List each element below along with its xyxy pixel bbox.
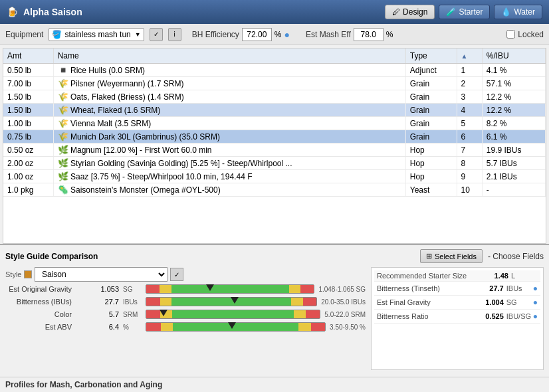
table-row[interactable]: 1.00 oz 🌿 Saaz [3.75 %] - Steep/Whirlpoo… — [3, 170, 546, 183]
col-amt[interactable]: Amt — [3, 49, 53, 64]
est-mash-label: Est Mash Eff — [306, 30, 351, 39]
gauge-unit: SRM — [123, 311, 142, 318]
gauge-bar-wrap — [146, 322, 326, 332]
gauge-range: 20.0-35.0 IBUs — [321, 298, 366, 306]
gauge-yellow-right — [294, 310, 306, 318]
cell-pct: 5.7 IBUs — [482, 157, 545, 170]
table-row[interactable]: 1.0 pkg 🦠 Saisonstein's Monster (Omega #… — [3, 183, 546, 197]
cell-pct: 6.1 % — [482, 130, 545, 144]
cell-type: Grain — [405, 90, 457, 104]
cell-name: 🌾 Wheat, Flaked (1.6 SRM) — [53, 104, 405, 117]
right-stats-panel: Recommended Starter Size 1.48 L Bitterne… — [371, 267, 544, 370]
gauge-name: Est ABV — [5, 323, 72, 331]
cell-pct: - — [482, 183, 545, 197]
bh-efficiency-input[interactable] — [242, 28, 272, 41]
right-stat-value: 1.004 — [471, 298, 504, 306]
style-edit-btn[interactable]: ✓ — [170, 268, 183, 281]
gauge-row: Color 5.7 SRM 5.0-22.0 SRM — [5, 310, 366, 319]
tab-starter[interactable]: 🧪 Starter — [439, 5, 490, 19]
tab-design[interactable]: 🖊 Design — [385, 5, 435, 19]
cell-order: 4 — [457, 104, 482, 117]
locked-group: Locked — [506, 30, 544, 39]
gauge-green — [172, 310, 294, 318]
cell-type: Grain — [405, 104, 457, 117]
gauge-red-right — [303, 298, 317, 306]
col-type[interactable]: Type — [405, 49, 457, 64]
table-row[interactable]: 0.75 lb 🌾 Munich Dark 30L (Gambrinus) (3… — [3, 130, 546, 144]
gauge-marker — [206, 284, 214, 291]
yeast-icon: 🦠 — [58, 185, 68, 195]
equipment-info-btn[interactable]: i — [168, 28, 181, 41]
gauge-yellow-right — [291, 298, 303, 306]
cell-name: 🌾 Oats, Flaked (Briess) (1.4 SRM) — [53, 90, 405, 104]
right-stat-unit: SG — [506, 298, 533, 306]
select-fields-button[interactable]: ⊞ Select Fields — [420, 249, 483, 263]
gauge-bar — [146, 297, 317, 306]
cell-amt: 0.50 oz — [3, 144, 53, 157]
est-mash-unit: % — [386, 30, 393, 39]
table-row[interactable]: 1.50 lb 🌾 Oats, Flaked (Briess) (1.4 SRM… — [3, 90, 546, 104]
table-row[interactable]: 2.00 oz 🌿 Styrian Golding (Savinja Goldi… — [3, 157, 546, 170]
style-comparison-title: Style Guide Comparison — [5, 252, 98, 261]
hop-icon: 🌿 — [58, 158, 68, 168]
col-pct-ibu[interactable]: %/IBU — [482, 49, 545, 64]
right-stat-value: 27.7 — [471, 284, 504, 292]
gauge-row: Est Original Gravity 1.053 SG 1.048-1.06… — [5, 284, 366, 294]
app-title: Alpha Saison — [23, 7, 82, 17]
equipment-edit-btn[interactable]: ✓ — [150, 28, 163, 41]
tab-water[interactable]: 💧 Water — [494, 5, 542, 19]
right-stat-label: Bitterness Ratio — [377, 312, 471, 320]
right-stat-unit: IBUs — [506, 284, 533, 292]
right-stat-label: Bitterness (Tinseth) — [377, 284, 471, 292]
gauge-green — [171, 285, 289, 293]
fields-icon: ⊞ — [426, 252, 432, 260]
col-name[interactable]: Name — [53, 49, 405, 64]
table-row[interactable]: 7.00 lb 🌾 Pilsner (Weyermann) (1.7 SRM) … — [3, 77, 546, 90]
gauge-marker — [231, 297, 239, 304]
rec-starter-unit: L — [511, 272, 538, 280]
ingredients-wrapper: Amt Name Type ▲ %/IBU 0.50 lb ◾ Rice Hul… — [3, 48, 546, 244]
gauge-marker — [228, 322, 236, 329]
bottom-content: Style Saison ✓ Est Original Gravity 1.05… — [5, 267, 544, 370]
grain-icon: 🌾 — [58, 105, 68, 115]
locked-checkbox[interactable] — [506, 30, 515, 39]
grain-icon: 🌾 — [58, 78, 68, 88]
gauge-row: Bitterness (IBUs) 27.7 IBUs 20.0-35.0 IB… — [5, 297, 366, 306]
stat-dot: ● — [533, 284, 538, 293]
cell-order: 10 — [457, 183, 482, 197]
cell-amt: 1.0 pkg — [3, 183, 53, 197]
bh-efficiency-unit: % — [274, 30, 282, 39]
locked-label: Locked — [518, 30, 544, 39]
right-stat-row: Bitterness (Tinseth) 27.7 IBUs ● — [374, 282, 540, 296]
table-row[interactable]: 0.50 oz 🌿 Magnum [12.00 %] - First Wort … — [3, 144, 546, 157]
table-row[interactable]: 0.50 lb ◾ Rice Hulls (0.0 SRM) Adjunct 1… — [3, 64, 546, 77]
est-mash-input[interactable] — [354, 28, 384, 41]
cell-type: Adjunct — [405, 64, 457, 77]
equipment-select[interactable]: 🪣 stainless mash tun ▼ — [49, 28, 144, 41]
tab-buttons: 🖊 Design 🧪 Starter 💧 Water — [385, 5, 542, 19]
gauge-name: Bitterness (IBUs) — [5, 298, 72, 306]
starter-icon: 🧪 — [446, 7, 456, 17]
cell-pct: 19.9 IBUs — [482, 144, 545, 157]
table-row[interactable]: 1.50 lb 🌾 Wheat, Flaked (1.6 SRM) Grain … — [3, 104, 546, 117]
cell-order: 8 — [457, 157, 482, 170]
cell-pct: 4.1 % — [482, 64, 545, 77]
table-row[interactable]: 1.00 lb 🌾 Vienna Malt (3.5 SRM) Grain 5 … — [3, 117, 546, 130]
gauge-yellow-left — [161, 323, 173, 331]
profiles-bar: Profiles for Mash, Carbonation and Aging — [0, 377, 549, 392]
gauge-red-left — [146, 310, 160, 318]
ingredients-table: Amt Name Type ▲ %/IBU 0.50 lb ◾ Rice Hul… — [3, 49, 546, 197]
mash-tun-icon: 🪣 — [52, 30, 62, 39]
col-sort[interactable]: ▲ — [457, 49, 482, 64]
equipment-label: Equipment — [5, 30, 43, 39]
style-select[interactable]: Saison — [35, 267, 167, 282]
rec-starter-value: 1.48 — [475, 272, 508, 280]
gauge-red-right — [300, 285, 314, 293]
gauge-value: 6.4 — [76, 323, 119, 331]
cell-pct: 12.2 % — [482, 104, 545, 117]
cell-name: 🌾 Munich Dark 30L (Gambrinus) (35.0 SRM) — [53, 130, 405, 144]
bottom-header: Style Guide Comparison ⊞ Select Fields -… — [5, 249, 544, 263]
cell-pct: 2.1 IBUs — [482, 170, 545, 183]
right-stat-unit: IBU/SG — [506, 312, 533, 320]
gauge-yellow-right — [289, 285, 301, 293]
